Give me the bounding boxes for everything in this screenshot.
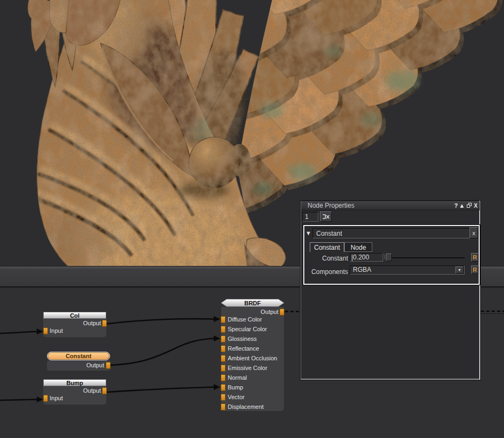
svg-text:BRDF: BRDF (244, 300, 261, 306)
